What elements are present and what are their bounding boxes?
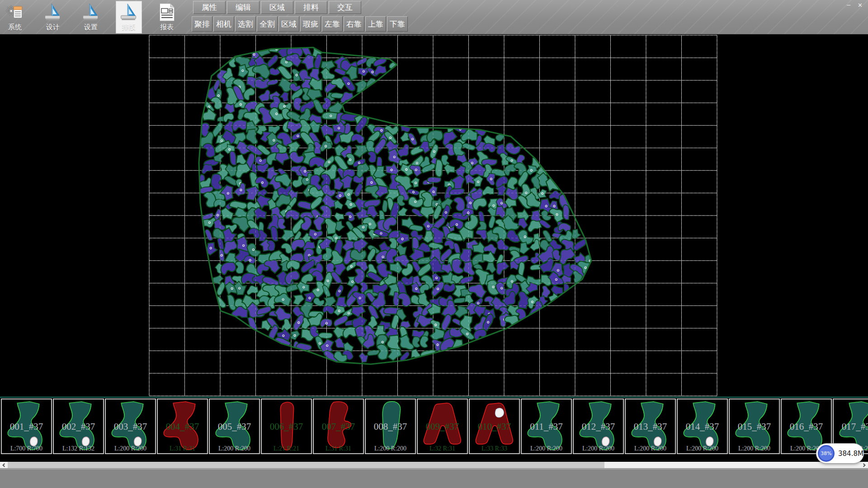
piece-thumbnail[interactable]: 003_#37 L:200 R:200	[105, 399, 156, 454]
progress-badge[interactable]: 38% 384.8M	[816, 444, 863, 463]
icon-button-label: 报表	[160, 23, 174, 32]
piece-label: 016_#37	[782, 421, 831, 432]
chevron-right-icon	[862, 463, 866, 467]
action-button-cut-all[interactable]: 全割	[257, 16, 278, 32]
piece-lr-count: L:21 R:21	[262, 445, 311, 452]
piece-lr-count: L:200 R:200	[366, 445, 415, 452]
window-controls: ─ ✕	[847, 2, 863, 8]
piece-thumbnail[interactable]: 008_#37 L:200 R:200	[365, 399, 416, 454]
scrollbar-thumb[interactable]	[8, 462, 604, 468]
icon-button-system[interactable]: 系统	[2, 1, 28, 33]
piece-thumbnail[interactable]: 011_#37 L:200 R:200	[521, 399, 572, 454]
icon-button-settings[interactable]: 设置	[78, 1, 104, 33]
piece-label: 001_#37	[2, 421, 51, 432]
tab-region[interactable]: 区域	[261, 1, 293, 14]
piece-label: 014_#37	[678, 421, 727, 432]
app-window: 系统 设计 设置 排版 报表 属性编辑区域排料交互 聚排相机选割全割区域瑕疵左靠…	[0, 0, 868, 488]
action-button-snap-down[interactable]: 下靠	[387, 16, 408, 32]
piece-lr-count: L:200 R:200	[210, 445, 259, 452]
piece-thumbnail[interactable]: 015_#37 L:200 R:200	[729, 399, 780, 454]
piece-label: 012_#37	[574, 421, 623, 432]
icon-button-label: 排版	[122, 23, 136, 32]
icon-button-design[interactable]: 设计	[40, 1, 66, 33]
piece-lr-count: L:200 R:200	[678, 445, 727, 452]
icon-button-label: 系统	[8, 23, 22, 32]
piece-label: 017_#37	[834, 421, 868, 432]
piece-label: 008_#37	[366, 421, 415, 432]
piece-thumbnail[interactable]: 009_#37 L:32 R:31	[417, 399, 468, 454]
piece-lr-count: L:200 R:200	[626, 445, 675, 452]
piece-label: 009_#37	[418, 421, 467, 432]
piece-label: 015_#37	[730, 421, 779, 432]
piece-thumbnail[interactable]: 013_#37 L:200 R:200	[625, 399, 676, 454]
piece-label: 003_#37	[106, 421, 155, 432]
piece-label: 007_#37	[314, 421, 363, 432]
gear-icon	[5, 2, 25, 22]
main-icon-buttons: 系统 设计 设置 排版 报表	[2, 1, 180, 33]
scroll-left-button[interactable]	[0, 462, 8, 468]
piece-lr-count: L:700 R:700	[2, 445, 51, 452]
action-button-cluster-nest[interactable]: 聚排	[192, 16, 212, 32]
set-square-icon	[43, 2, 63, 22]
icon-button-report[interactable]: 报表	[154, 1, 180, 33]
piece-label: 005_#37	[210, 421, 259, 432]
piece-lr-count: L:200 R:200	[730, 445, 779, 452]
strip-separator	[0, 397, 868, 398]
piece-thumbnail[interactable]: 014_#37 L:200 R:200	[677, 399, 728, 454]
tab-properties[interactable]: 属性	[193, 1, 226, 14]
piece-lr-count: L:200 R:200	[574, 445, 623, 452]
status-bar	[0, 469, 868, 488]
set-square-icon	[81, 2, 101, 22]
piece-thumbnail[interactable]: 005_#37 L:200 R:200	[209, 399, 260, 454]
action-buttons: 聚排相机选割全割区域瑕疵左靠右靠上靠下靠	[192, 16, 408, 32]
piece-thumbnail[interactable]: 001_#37 L:700 R:700	[1, 399, 52, 454]
action-button-defect[interactable]: 瑕疵	[300, 16, 321, 32]
action-button-snap-right[interactable]: 右靠	[344, 16, 364, 32]
action-button-snap-left[interactable]: 左靠	[322, 16, 343, 32]
icon-button-nesting[interactable]: 排版	[116, 1, 142, 33]
scroll-right-button[interactable]	[860, 462, 868, 468]
menu-tabs: 属性编辑区域排料交互	[193, 1, 361, 14]
piece-lr-count: L:33 R:33	[470, 445, 519, 452]
tab-edit[interactable]: 编辑	[227, 1, 259, 14]
piece-lr-count: L:200 R:200	[106, 445, 155, 452]
toolbar: 系统 设计 设置 排版 报表 属性编辑区域排料交互 聚排相机选割全割区域瑕疵左靠…	[0, 0, 868, 34]
action-button-select-cut[interactable]: 选割	[235, 16, 256, 32]
piece-lr-count: L:31 R:31	[158, 445, 207, 452]
minimize-icon[interactable]: ─	[847, 2, 850, 8]
progress-percent-circle: 38%	[818, 445, 835, 462]
close-icon[interactable]: ✕	[858, 2, 863, 8]
piece-thumbnail[interactable]: 004_#37 L:31 R:31	[157, 399, 208, 454]
piece-lr-count: L:32 R:31	[418, 445, 467, 452]
piece-thumbnail-strip: 001_#37 L:700 R:700 002_#37 L:132 R:132 …	[0, 398, 868, 455]
piece-label: 013_#37	[626, 421, 675, 432]
action-button-snap-up[interactable]: 上靠	[365, 16, 386, 32]
piece-label: 002_#37	[54, 421, 103, 432]
piece-label: 004_#37	[158, 421, 207, 432]
piece-label: 011_#37	[522, 421, 571, 432]
chevron-left-icon	[2, 463, 6, 467]
piece-thumbnail[interactable]: 007_#37 L:31 R:31	[313, 399, 364, 454]
action-button-region[interactable]: 区域	[278, 16, 299, 32]
tab-interact[interactable]: 交互	[329, 1, 361, 14]
progress-size: 384.8M	[838, 450, 863, 458]
piece-lr-count: L:132 R:132	[54, 445, 103, 452]
piece-thumbnail[interactable]: 012_#37 L:200 R:200	[573, 399, 624, 454]
tab-nest[interactable]: 排料	[295, 1, 327, 14]
piece-lr-count: L:200 R:200	[522, 445, 571, 452]
icon-button-label: 设置	[84, 23, 98, 32]
piece-label: 006_#37	[262, 421, 311, 432]
report-icon	[157, 2, 177, 22]
horizontal-scrollbar[interactable]	[0, 462, 868, 469]
set-square-icon	[119, 2, 139, 22]
icon-button-label: 设计	[46, 23, 60, 32]
piece-thumbnail[interactable]: 006_#37 L:21 R:21	[261, 399, 312, 454]
piece-thumbnail[interactable]: 010_#37 L:33 R:33	[469, 399, 520, 454]
piece-lr-count: L:31 R:31	[314, 445, 363, 452]
piece-thumbnail[interactable]: 002_#37 L:132 R:132	[53, 399, 104, 454]
action-button-camera[interactable]: 相机	[213, 16, 234, 32]
progress-percent: 38%	[821, 450, 831, 456]
piece-label: 010_#37	[470, 421, 519, 432]
